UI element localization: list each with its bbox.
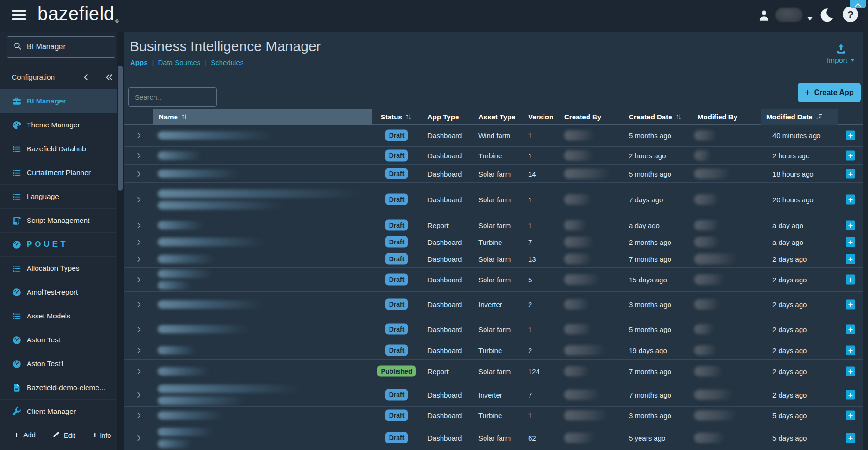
expand-row-chevron-icon[interactable]	[137, 132, 141, 139]
status-badge: Draft	[385, 432, 408, 443]
main-scrollbar-track[interactable]	[863, 0, 868, 450]
import-button[interactable]: Import	[827, 44, 855, 65]
user-icon[interactable]	[758, 9, 771, 22]
add-button[interactable]: +Add	[14, 431, 36, 439]
expand-row-chevron-icon[interactable]	[137, 347, 141, 354]
scroll-top-button[interactable]	[850, 0, 866, 8]
add-row-action-button[interactable]: +	[846, 194, 855, 204]
expand-row-chevron-icon[interactable]	[137, 256, 141, 262]
table-row[interactable]: DraftDashboardSolar farm145 months ago18…	[124, 165, 863, 183]
status-cell: Draft	[375, 410, 418, 421]
sidebar-item-script-management[interactable]: Script Management	[0, 209, 117, 233]
expand-row-chevron-icon[interactable]	[137, 239, 141, 245]
table-row[interactable]: DraftDashboardTurbine72 months agoa day …	[124, 234, 863, 250]
tab-data-sources[interactable]: Data Sources	[158, 59, 200, 66]
add-row-action-button[interactable]: +	[846, 151, 855, 161]
modified-by-redacted	[694, 366, 723, 376]
expand-row-chevron-icon[interactable]	[137, 435, 141, 441]
table-row[interactable]: DraftDashboardSolar farm15 months ago2 d…	[124, 317, 863, 341]
app-type-cell: Dashboard	[427, 300, 462, 308]
expand-row-chevron-icon[interactable]	[137, 301, 141, 308]
sidebar-item-asset-models[interactable]: Asset Models	[0, 304, 117, 328]
created-by-redacted	[564, 150, 594, 161]
table-row[interactable]: DraftDashboardSolar farm17 days ago20 ho…	[124, 183, 863, 216]
expand-row-chevron-icon[interactable]	[137, 152, 141, 159]
sidebar-item-bazefield-demo-eleme[interactable]: Bazefield-demo-eleme...	[0, 376, 117, 400]
column-header-name[interactable]: Name	[153, 109, 372, 125]
table-row[interactable]: DraftDashboardSolar farm625 years ago5 d…	[124, 424, 863, 450]
created-date-cell: a day ago	[629, 221, 660, 229]
add-row-action-button[interactable]: +	[846, 433, 855, 443]
sidebar-item-theme-manager[interactable]: Theme Manager	[0, 113, 117, 137]
table-row[interactable]: DraftDashboardInverter23 months ago2 day…	[124, 292, 863, 317]
column-header-created-date[interactable]: Created Date	[629, 109, 682, 125]
app-type-cell: Report	[427, 221, 449, 229]
table-row[interactable]: DraftDashboardTurbine12 hours ago2 hours…	[124, 147, 863, 165]
sidebar-item-curtailment-planner[interactable]: Curtailment Planner	[0, 161, 117, 185]
sidebar-item-allocation-types[interactable]: Allocation Types	[0, 257, 117, 280]
dark-mode-moon-icon[interactable]	[819, 7, 834, 23]
table-row[interactable]: PublishedReportSolar farm1247 months ago…	[124, 360, 863, 383]
collapse-all-sidebar-button[interactable]	[103, 72, 116, 84]
expand-row-chevron-icon[interactable]	[137, 368, 141, 375]
sidebar-item-bi-manager[interactable]: BI Manager	[0, 89, 117, 113]
created-date-cell: 19 days ago	[629, 347, 667, 354]
status-badge: Draft	[385, 345, 408, 356]
column-header-version: Version	[528, 109, 553, 125]
status-cell: Draft	[375, 298, 418, 310]
version-cell: 1	[528, 152, 532, 160]
tab-apps[interactable]: Apps	[130, 59, 148, 66]
table-row[interactable]: DraftDashboardTurbine219 days ago2 days …	[124, 341, 863, 360]
sidebar-item-client-manager[interactable]: Client Manager	[0, 400, 117, 424]
sidebar-search-input[interactable]	[27, 43, 102, 51]
sidebar-item-bazefield-datahub[interactable]: Bazefield Datahub	[0, 137, 117, 161]
hamburger-menu-button[interactable]	[12, 10, 28, 22]
column-header-modified-date[interactable]: Modified Date	[761, 109, 838, 125]
add-row-action-button[interactable]: +	[846, 220, 855, 230]
add-row-action-button[interactable]: +	[846, 324, 855, 334]
help-icon[interactable]: ?	[843, 7, 858, 22]
create-app-button[interactable]: + Create App	[798, 83, 861, 102]
add-row-action-button[interactable]: +	[846, 299, 855, 309]
expand-row-chevron-icon[interactable]	[137, 412, 141, 419]
expand-row-chevron-icon[interactable]	[137, 276, 141, 283]
table-row[interactable]: DraftDashboardInverter77 months ago2 day…	[124, 383, 863, 407]
expand-row-chevron-icon[interactable]	[137, 170, 141, 177]
info-button[interactable]: iInfo	[94, 431, 111, 439]
sidebar-item-pouet[interactable]: POUET	[0, 233, 117, 257]
sidebar-item-aston-test1[interactable]: Aston Test1	[0, 352, 117, 376]
add-row-action-button[interactable]: +	[846, 237, 855, 247]
add-row-action-button[interactable]: +	[846, 411, 855, 420]
table-row[interactable]: DraftDashboardTurbine13 months ago5 days…	[124, 407, 863, 424]
collapse-sidebar-button[interactable]	[80, 72, 91, 84]
add-row-action-button[interactable]: +	[846, 169, 855, 178]
table-row[interactable]: DraftReportSolar farm1a day agoa day ago…	[124, 216, 863, 234]
table-row[interactable]: DraftDashboardSolar farm137 months ago2 …	[124, 250, 863, 268]
sidebar-scrollbar-track[interactable]	[117, 32, 124, 450]
sidebar-item-amoltest-report[interactable]: AmolTest-report	[0, 280, 117, 304]
user-name-redacted[interactable]	[775, 8, 802, 22]
tab-schedules[interactable]: Schedules	[211, 59, 243, 66]
table-row[interactable]: DraftDashboardWind farm15 months ago40 m…	[124, 125, 863, 147]
column-header-status[interactable]: Status	[381, 109, 412, 125]
page-title: Business Intelligence Manager	[130, 38, 321, 54]
add-row-action-button[interactable]: +	[846, 275, 855, 285]
edit-button[interactable]: Edit	[53, 431, 75, 439]
add-row-action-button[interactable]: +	[846, 390, 855, 400]
sidebar-item-aston-test[interactable]: Aston Test	[0, 328, 117, 352]
apps-search-input[interactable]	[128, 87, 217, 107]
sidebar-item-language[interactable]: Language	[0, 185, 117, 209]
add-row-action-button[interactable]: +	[846, 366, 855, 376]
add-row-action-button[interactable]: +	[846, 131, 855, 140]
redaction-blob	[158, 397, 247, 405]
sidebar-scrollbar-thumb[interactable]	[118, 66, 123, 191]
status-cell: Draft	[375, 150, 418, 162]
table-row[interactable]: DraftDashboardSolar farm515 days ago2 da…	[124, 268, 863, 292]
add-row-action-button[interactable]: +	[846, 346, 855, 355]
add-row-action-button[interactable]: +	[846, 254, 855, 264]
expand-row-chevron-icon[interactable]	[137, 326, 141, 332]
expand-row-chevron-icon[interactable]	[137, 222, 141, 229]
user-menu-caret-icon[interactable]	[807, 14, 813, 18]
expand-row-chevron-icon[interactable]	[137, 391, 141, 398]
expand-row-chevron-icon[interactable]	[137, 196, 141, 203]
